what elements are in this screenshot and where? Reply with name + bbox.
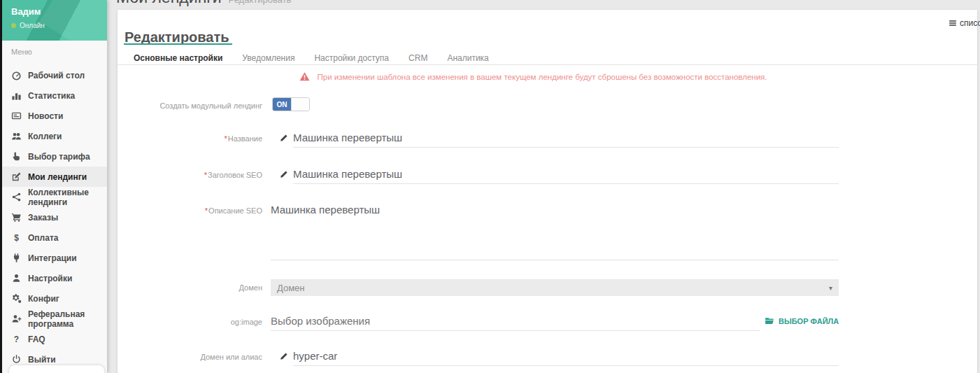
tab-bar: Основные настройкиУведомленияНастройки д… bbox=[124, 43, 499, 70]
tab-notifications[interactable]: Уведомления bbox=[232, 43, 304, 70]
seo-title-input[interactable]: Машинка перевертыш bbox=[293, 168, 839, 184]
sidebar-item-label: Оплата bbox=[28, 233, 58, 243]
sidebar-item-statistics[interactable]: Статистика bbox=[2, 85, 107, 106]
choose-file-label: ВЫБОР ФАЙЛА bbox=[779, 317, 839, 325]
sidebar-item-label: Конфиг bbox=[28, 294, 59, 304]
folder-icon bbox=[765, 316, 774, 325]
tabbar-divider bbox=[118, 64, 977, 65]
sidebar-item-tariff[interactable]: Выбор тарифа bbox=[2, 146, 107, 167]
sidebar-user-panel: Вадим Онлайн bbox=[2, 0, 107, 41]
user-status: Онлайн bbox=[11, 22, 107, 29]
modular-toggle[interactable]: ON bbox=[272, 97, 310, 111]
share-icon bbox=[11, 192, 22, 202]
sidebar-item-label: Заказы bbox=[28, 213, 58, 223]
toggle-on-segment: ON bbox=[273, 98, 291, 111]
sidebar-item-label: Коллеги bbox=[28, 132, 62, 141]
cart-icon bbox=[11, 212, 22, 223]
list-icon bbox=[949, 19, 957, 27]
choose-file-button[interactable]: ВЫБОР ФАЙЛА bbox=[765, 316, 839, 325]
domain-select-placeholder: Домен bbox=[277, 283, 305, 293]
page-title-text: Мои лендинги bbox=[116, 0, 222, 6]
sidebar-menu: Рабочий столСтатистикаНовостиКоллегиВыбо… bbox=[2, 65, 107, 370]
sidebar-item-label: Реферальная программа bbox=[28, 309, 107, 329]
toggle-off-segment bbox=[291, 98, 309, 111]
power-icon bbox=[11, 354, 22, 365]
modular-toggle-label: Создать модульный лендинг bbox=[118, 101, 262, 110]
warning-icon bbox=[299, 71, 310, 82]
sidebar-item-label: Настройки bbox=[28, 274, 72, 283]
seo-description-textarea[interactable]: Машинка перевертыш bbox=[271, 204, 839, 260]
list-view-label: список bbox=[960, 18, 980, 28]
sidebar-item-colleagues[interactable]: Коллеги bbox=[2, 126, 107, 146]
sidebar-footer-card bbox=[9, 365, 104, 373]
sidebar-item-dashboard[interactable]: Рабочий стол bbox=[2, 65, 107, 85]
name-label: Название bbox=[118, 134, 262, 143]
sidebar-item-my-landings[interactable]: Мои лендинги bbox=[2, 167, 107, 187]
tab-analytics[interactable]: Аналитика bbox=[437, 43, 498, 70]
sidebar: Вадим Онлайн Меню Рабочий столСтатистика… bbox=[2, 0, 107, 373]
name-field-row: Машинка перевертыш bbox=[271, 132, 839, 148]
sidebar-item-label: Мои лендинги bbox=[28, 172, 87, 182]
tab-access-settings[interactable]: Настройки доступа bbox=[304, 43, 399, 70]
og-image-input[interactable]: Выбор изображения bbox=[271, 315, 760, 331]
domain-alias-input[interactable]: hyper-car bbox=[293, 350, 839, 366]
og-image-field-row: Выбор изображения bbox=[271, 315, 760, 331]
sidebar-item-label: FAQ bbox=[28, 335, 45, 344]
name-input[interactable]: Машинка перевертыш bbox=[293, 132, 839, 148]
gears-icon bbox=[11, 293, 22, 304]
hand-pointer-icon bbox=[11, 151, 22, 162]
sidebar-item-config[interactable]: Конфиг bbox=[2, 288, 107, 309]
sidebar-item-referral[interactable]: Реферальная программа bbox=[2, 309, 107, 329]
tab-crm[interactable]: CRM bbox=[399, 43, 437, 70]
domain-alias-label: Домен или алиас bbox=[118, 353, 262, 361]
pencil-icon bbox=[279, 352, 288, 361]
og-image-label: og:image bbox=[118, 318, 262, 326]
domain-alias-field-row: hyper-car bbox=[271, 350, 839, 366]
sidebar-item-label: Статистика bbox=[28, 91, 75, 101]
sidebar-item-label: Выйти bbox=[28, 355, 56, 365]
users-icon bbox=[11, 131, 22, 141]
sidebar-item-label: Рабочий стол bbox=[28, 71, 85, 80]
sidebar-item-collective-landings[interactable]: Коллективные лендинги bbox=[2, 187, 107, 207]
edit-card: Редактировать список Основные настройкиУ… bbox=[118, 10, 977, 373]
sidebar-item-settings[interactable]: Настройки bbox=[2, 268, 107, 288]
question-icon: ? bbox=[11, 334, 22, 344]
user-status-label: Онлайн bbox=[20, 22, 45, 29]
seo-title-field-row: Машинка перевертыш bbox=[271, 168, 839, 184]
edit-icon bbox=[11, 171, 22, 182]
sidebar-item-label: Коллективные лендинги bbox=[28, 188, 107, 207]
warning-text: При изменении шаблона все изменения в ва… bbox=[317, 73, 767, 81]
sidebar-item-integrations[interactable]: Интеграции bbox=[2, 248, 107, 268]
domain-select[interactable]: Домен ▾ bbox=[271, 279, 839, 296]
breadcrumb: Редактировать bbox=[229, 0, 292, 5]
window-edge bbox=[0, 0, 2, 373]
bar-chart-icon bbox=[11, 90, 22, 101]
newspaper-icon bbox=[11, 111, 22, 121]
dashboard-icon bbox=[11, 70, 22, 80]
domain-label: Домен bbox=[118, 283, 262, 292]
sidebar-item-label: Интеграции bbox=[28, 253, 77, 263]
sidebar-item-label: Новости bbox=[28, 111, 63, 121]
dollar-icon: $ bbox=[11, 232, 22, 243]
pencil-icon bbox=[279, 170, 288, 179]
caret-down-icon: ▾ bbox=[829, 284, 832, 292]
online-status-icon bbox=[11, 23, 16, 28]
seo-description-label: Описание SEO bbox=[118, 206, 262, 215]
list-view-button[interactable]: список bbox=[949, 18, 980, 28]
sidebar-item-news[interactable]: Новости bbox=[2, 106, 107, 126]
pencil-icon bbox=[279, 134, 288, 143]
sidebar-item-orders[interactable]: Заказы bbox=[2, 207, 107, 227]
plug-icon bbox=[11, 253, 22, 263]
page-title: Мои лендингиРедактировать bbox=[116, 0, 291, 6]
menu-section-label: Меню bbox=[2, 48, 107, 56]
sidebar-item-faq[interactable]: ?FAQ bbox=[2, 329, 107, 349]
user-plus-icon bbox=[11, 314, 22, 324]
tab-main-settings[interactable]: Основные настройки bbox=[124, 43, 232, 70]
user-icon bbox=[11, 273, 22, 283]
seo-title-label: Заголовок SEO bbox=[118, 171, 262, 179]
sidebar-item-label: Выбор тарифа bbox=[28, 152, 90, 162]
seo-description-field-row: Машинка перевертыш bbox=[271, 204, 839, 260]
sidebar-item-payment[interactable]: $Оплата bbox=[2, 227, 107, 248]
template-warning: При изменении шаблона все изменения в ва… bbox=[118, 71, 949, 82]
user-name: Вадим bbox=[11, 6, 107, 17]
